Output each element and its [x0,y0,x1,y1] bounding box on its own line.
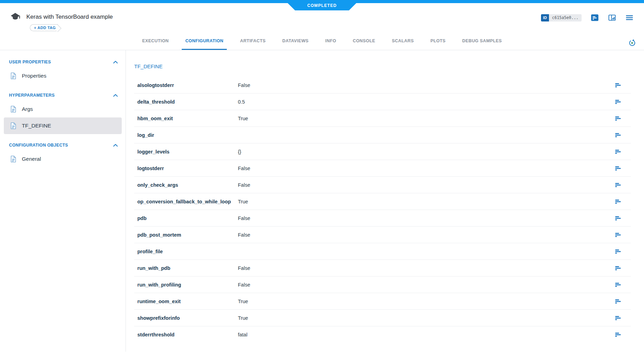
param-details-icon[interactable] [615,149,621,154]
param-row: pdb False [134,210,631,227]
tab-execution[interactable]: EXECUTION [139,38,172,50]
menu-icon[interactable] [625,14,634,22]
sidebar-section-items: Properties [0,68,126,84]
id-value: c615a5e0... [549,14,582,21]
param-row: logger_levels {} [134,143,631,160]
param-table: alsologtostderr False delta_threshold 0.… [134,77,631,343]
param-row: run_with_profiling False [134,276,631,293]
param-name: profile_file [137,249,238,254]
param-value: 0.5 [238,99,615,105]
param-details-icon[interactable] [615,83,621,88]
param-details-icon[interactable] [615,116,621,121]
param-details-icon[interactable] [615,332,621,337]
param-name: stderrthreshold [137,332,238,337]
header-controls: ID c615a5e0... [541,14,634,22]
sidebar-section: USER PROPERTIES Properties [0,59,126,84]
sidebar-item-properties[interactable]: Properties [4,68,122,84]
sidebar: USER PROPERTIES Properties HYPERPARAMETE… [0,50,126,352]
sidebar-item-tf-define[interactable]: TF_DEFINE [4,117,122,134]
param-row: run_with_pdb False [134,260,631,276]
tab-bar: EXECUTIONCONFIGURATIONARTIFACTSDATAVIEWS… [0,38,644,50]
param-value: True [238,116,615,121]
sidebar-item-label: General [22,156,41,162]
tab-plots[interactable]: PLOTS [427,38,449,50]
param-details-icon[interactable] [615,199,621,204]
param-name: only_check_args [137,182,238,188]
sidebar-section-label: CONFIGURATION OBJECTS [9,143,68,148]
param-name: pdb [137,215,238,221]
param-details-icon[interactable] [615,133,621,138]
chevron-up-icon[interactable] [113,61,118,64]
auto-refresh-icon[interactable] [628,39,636,47]
main-content: TF_DEFINE alsologtostderr False delta_th… [126,50,644,352]
experiment-title: Keras with TensorBoard example [26,14,113,20]
sidebar-section-header[interactable]: HYPERPARAMETERS [0,93,126,98]
experiment-icon [10,11,21,23]
param-details-icon[interactable] [615,99,621,104]
experiment-id-chip[interactable]: ID c615a5e0... [541,14,582,21]
document-icon [10,156,16,162]
param-value: False [238,215,615,221]
sidebar-section-label: USER PROPERTIES [9,60,51,64]
param-details-icon[interactable] [615,316,621,320]
param-details-icon[interactable] [615,166,621,171]
param-value: False [238,282,615,288]
sidebar-section-header[interactable]: CONFIGURATION OBJECTS [0,142,126,148]
id-badge: ID [541,14,549,21]
status-badge-label: COMPLETED [307,3,337,8]
param-row: only_check_args False [134,177,631,193]
param-row: alsologtostderr False [134,77,631,94]
param-details-icon[interactable] [615,232,621,237]
experiment-page: COMPLETED Keras with TensorBoard example… [0,0,644,352]
param-details-icon[interactable] [615,216,621,221]
tab-scalars[interactable]: SCALARS [388,38,417,50]
chevron-up-icon[interactable] [113,144,118,147]
sidebar-section-items: General [0,151,126,167]
param-row: delta_threshold 0.5 [134,94,631,110]
param-details-icon[interactable] [615,183,621,187]
param-details-icon[interactable] [615,282,621,287]
add-tag-label: + ADD TAG [34,26,56,30]
param-value: False [238,82,615,88]
param-row: log_dir [134,127,631,143]
param-name: hbm_oom_exit [137,116,238,121]
param-details-icon[interactable] [615,249,621,254]
tab-console[interactable]: CONSOLE [349,38,379,50]
details-panel-icon[interactable] [591,14,599,22]
sidebar-item-label: TF_DEFINE [22,123,51,129]
param-name: log_dir [137,132,238,138]
param-row: profile_file [134,243,631,260]
sidebar-item-args[interactable]: Args [4,101,122,117]
tab-info[interactable]: INFO [322,38,340,50]
split-view-icon[interactable] [608,14,616,22]
param-name: showprefixforinfo [137,315,238,321]
param-name: pdb_post_mortem [137,232,238,238]
param-row: stderrthreshold fatal [134,326,631,343]
param-value: True [238,199,615,204]
param-value: True [238,299,615,304]
param-name: delta_threshold [137,99,238,105]
tab-dataviews[interactable]: DATAVIEWS [279,38,312,50]
param-row: op_conversion_fallback_to_while_loop Tru… [134,193,631,210]
param-value: False [238,166,615,171]
param-name: alsologtostderr [137,82,238,88]
param-value: {} [238,149,615,155]
document-icon [10,72,16,79]
param-row: logtostderr False [134,160,631,177]
param-details-icon[interactable] [615,299,621,304]
sidebar-item-general[interactable]: General [4,151,122,167]
add-tag-button[interactable]: + ADD TAG [30,24,58,31]
tab-debug-samples[interactable]: DEBUG SAMPLES [459,38,505,50]
chevron-up-icon[interactable] [113,94,118,97]
tab-configuration[interactable]: CONFIGURATION [182,38,227,50]
sidebar-section-items: Args TF_DEFINE [0,101,126,134]
sidebar-section: CONFIGURATION OBJECTS General [0,142,126,167]
content-layout: USER PROPERTIES Properties HYPERPARAMETE… [0,50,644,352]
experiment-header: Keras with TensorBoard example [10,11,113,23]
param-row: pdb_post_mortem False [134,227,631,243]
param-name: op_conversion_fallback_to_while_loop [137,199,238,204]
tab-artifacts[interactable]: ARTIFACTS [237,38,269,50]
param-details-icon[interactable] [615,266,621,271]
sidebar-section-header[interactable]: USER PROPERTIES [0,59,126,65]
param-value: False [238,265,615,271]
